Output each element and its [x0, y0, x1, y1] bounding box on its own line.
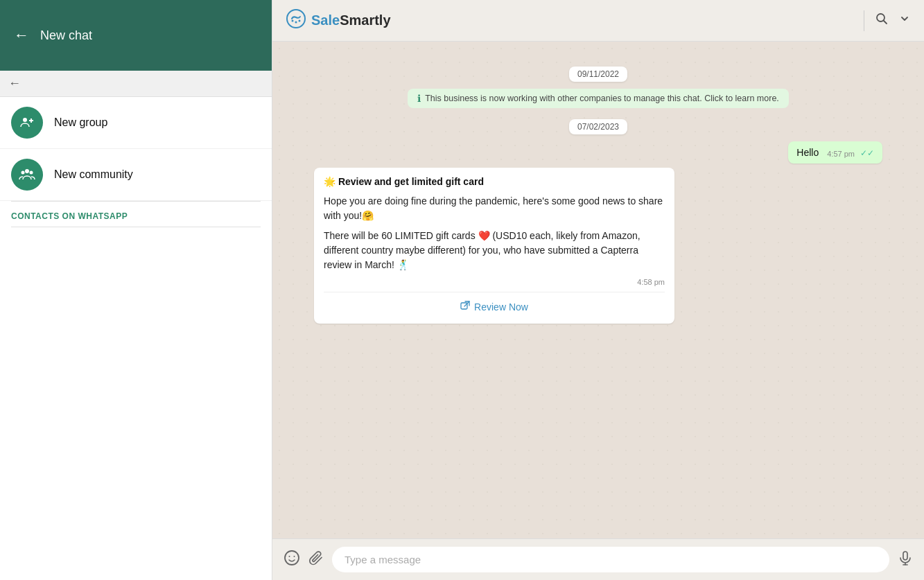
- svg-line-11: [884, 21, 887, 24]
- date-text-1: 09/11/2022: [569, 67, 627, 82]
- mic-button[interactable]: [898, 550, 913, 570]
- svg-point-5: [25, 169, 29, 173]
- promo-body-1: Hope you are doing fine during the pande…: [324, 194, 665, 223]
- new-group-item[interactable]: New group: [0, 97, 272, 149]
- system-message-text: This business is now working with other …: [425, 94, 779, 103]
- date-text-2: 07/02/2023: [569, 119, 627, 134]
- svg-point-6: [287, 10, 305, 28]
- svg-point-9: [299, 19, 301, 21]
- date-badge-2: 07/02/2023: [314, 119, 882, 134]
- promo-body-2: There will be 60 LIMITED gift cards ❤️ (…: [324, 229, 665, 272]
- brand-name-part1: Sale: [311, 12, 340, 28]
- chat-area: 09/11/2022 ℹ This business is now workin…: [272, 42, 924, 538]
- attach-button[interactable]: [308, 550, 324, 570]
- svg-point-3: [21, 171, 25, 175]
- svg-point-0: [23, 118, 27, 122]
- brand-name-part2: Smartly: [340, 12, 390, 28]
- hello-message-row: Hello 4:57 pm ✓✓: [314, 141, 882, 164]
- contacts-header: CONTACTS ON WHATSAPP: [0, 202, 272, 227]
- left-header: ← New chat: [0, 0, 272, 71]
- info-icon: ℹ: [417, 93, 421, 104]
- emoji-button[interactable]: [284, 550, 300, 570]
- svg-point-8: [295, 21, 297, 23]
- hello-message-text: Hello: [796, 147, 819, 158]
- top-bar-actions: [864, 10, 910, 31]
- date-badge-1: 09/11/2022: [314, 67, 882, 82]
- hello-message-bubble: Hello 4:57 pm ✓✓: [788, 141, 882, 164]
- promo-message-row: 🌟 Review and get limited gift card Hope …: [314, 168, 882, 324]
- right-panel: SaleSmartly 09/11/2022 ℹ: [272, 0, 924, 580]
- promo-time: 4:58 pm: [637, 278, 665, 286]
- search-input[interactable]: [26, 78, 263, 89]
- promo-message-bubble: 🌟 Review and get limited gift card Hope …: [314, 168, 674, 324]
- svg-point-16: [294, 556, 295, 557]
- left-panel: ← New chat ← New group: [0, 0, 272, 580]
- top-bar-divider: [864, 10, 864, 31]
- system-message[interactable]: ℹ This business is now working with othe…: [314, 89, 882, 108]
- divider2: [11, 227, 261, 227]
- search-back-button[interactable]: ←: [8, 76, 21, 91]
- brand-logo: SaleSmartly: [286, 9, 391, 33]
- promo-title: 🌟 Review and get limited gift card: [324, 176, 665, 187]
- brand-name: SaleSmartly: [311, 12, 391, 28]
- panel-title: New chat: [40, 28, 92, 43]
- hello-message-time: 4:57 pm: [827, 150, 855, 158]
- new-group-icon: [11, 107, 43, 139]
- new-community-icon: [11, 159, 43, 191]
- svg-point-14: [285, 551, 299, 565]
- message-input[interactable]: [332, 547, 889, 572]
- new-community-label: New community: [54, 168, 133, 181]
- svg-point-15: [289, 556, 290, 557]
- svg-point-4: [30, 171, 33, 175]
- svg-point-7: [292, 19, 294, 21]
- review-link-text: Review Now: [474, 301, 528, 313]
- new-community-item[interactable]: New community: [0, 149, 272, 201]
- svg-rect-17: [903, 552, 907, 560]
- svg-rect-12: [461, 303, 467, 309]
- system-message-bubble[interactable]: ℹ This business is now working with othe…: [408, 89, 789, 108]
- new-group-label: New group: [54, 116, 107, 129]
- check-marks: ✓✓: [860, 148, 874, 158]
- top-bar: SaleSmartly: [272, 0, 924, 42]
- review-divider: [324, 292, 665, 292]
- chevron-down-icon[interactable]: [899, 13, 910, 28]
- review-link[interactable]: Review Now: [324, 298, 665, 315]
- input-bar: [272, 538, 924, 580]
- brand-icon: [286, 9, 306, 33]
- review-link-icon: [460, 301, 470, 313]
- back-button[interactable]: ←: [14, 26, 29, 44]
- promo-footer: 4:58 pm: [324, 278, 665, 286]
- search-bar: ←: [0, 71, 272, 97]
- search-icon[interactable]: [875, 12, 888, 28]
